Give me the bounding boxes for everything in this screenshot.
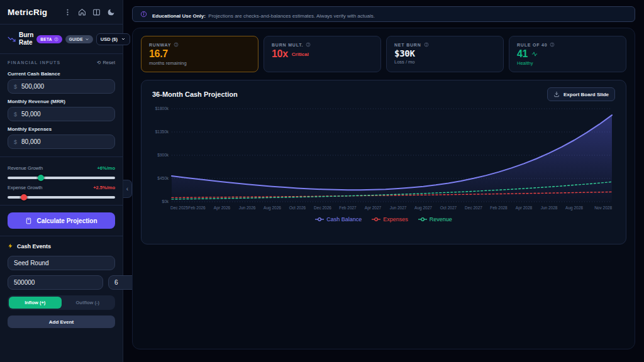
revenue-growth-label: Revenue Growth <box>8 165 43 171</box>
info-circle-icon <box>140 11 147 18</box>
legend-item-cash-balance[interactable]: Cash Balance <box>315 216 362 222</box>
activity-pulse-icon <box>531 51 538 57</box>
legend-marker-icon <box>372 217 380 222</box>
chevron-down-icon <box>85 37 89 41</box>
svg-text:Apr 2026: Apr 2026 <box>214 206 231 211</box>
help-circle-icon[interactable] <box>306 42 311 47</box>
cash-balance-field: $ <box>8 79 115 94</box>
revenue-growth-slider-row: Revenue Growth +6%/mo <box>8 165 115 179</box>
financial-inputs-title: FINANCIAL INPUTS <box>8 60 60 65</box>
currency-prefix: $ <box>14 139 17 145</box>
svg-text:Aug 2026: Aug 2026 <box>264 206 281 211</box>
divider <box>0 205 123 206</box>
product-name: Burn Rate <box>19 31 33 47</box>
field-label-cash-balance: Current Cash Balance <box>8 71 115 77</box>
lightning-bolt-icon <box>8 243 13 250</box>
help-circle-icon[interactable] <box>174 42 179 47</box>
main-content: Educational Use Only: Projections are ch… <box>123 0 644 362</box>
svg-text:Oct 2027: Oct 2027 <box>440 206 457 210</box>
event-amount-input[interactable] <box>14 279 97 286</box>
expense-growth-slider-thumb[interactable] <box>21 194 27 200</box>
svg-text:$1350k: $1350k <box>155 129 169 134</box>
monthly-revenue-field: $ <box>8 107 115 121</box>
outflow-toggle-button[interactable]: Outflow (-) <box>62 297 114 309</box>
svg-text:Jun 2026: Jun 2026 <box>239 206 256 210</box>
svg-text:Feb 2026: Feb 2026 <box>188 206 206 210</box>
kebab-menu-icon[interactable] <box>64 8 72 16</box>
reset-button[interactable]: ⟲ Reset <box>97 60 115 65</box>
chart-legend: Cash BalanceExpensesRevenue <box>149 214 618 222</box>
chevron-left-icon: ‹ <box>126 185 128 192</box>
monthly-expenses-input[interactable] <box>21 138 109 145</box>
sidebar-header: MetricRig <box>8 0 115 24</box>
flow-direction-toggle: Inflow (+) Outflow (-) <box>8 295 115 310</box>
stat-card-rule-of-40: RULE OF 40 41 Healthy <box>509 36 626 72</box>
svg-text:Dec 2027: Dec 2027 <box>465 206 482 210</box>
rule-of-40-value: 41 <box>517 48 528 60</box>
expense-growth-slider-row: Expense Growth +2.5%/mo <box>8 185 115 199</box>
burn-mult-value: 10x <box>272 48 288 60</box>
event-amount-field <box>8 275 103 290</box>
svg-text:Nov 2028: Nov 2028 <box>594 206 612 210</box>
svg-text:$450k: $450k <box>157 176 169 180</box>
expense-growth-value: +2.5%/mo <box>93 185 115 190</box>
beta-badge-label: BETA <box>40 37 52 41</box>
monthly-expenses-field: $ <box>8 134 115 149</box>
sidebar-header-icons <box>64 8 115 16</box>
burn-mult-label: BURN MULT. <box>272 43 303 47</box>
sidebar-collapse-handle[interactable]: ‹ <box>123 180 132 198</box>
revenue-growth-slider[interactable] <box>8 177 115 179</box>
export-board-slide-button[interactable]: Export Board Slide <box>547 87 615 101</box>
help-circle-icon[interactable] <box>550 42 555 47</box>
guide-menu-button[interactable]: GUIDE <box>65 35 93 43</box>
layout-panels-icon[interactable] <box>92 8 101 16</box>
burn-mult-status: Critical <box>292 52 309 57</box>
cash-balance-input[interactable] <box>21 83 109 90</box>
help-circle-icon[interactable] <box>424 42 429 47</box>
svg-text:Aug 2027: Aug 2027 <box>414 206 432 211</box>
svg-text:Feb 2027: Feb 2027 <box>339 206 357 210</box>
currency-value: USD ($) <box>101 36 118 42</box>
calculate-projection-label: Calculate Projection <box>36 217 97 224</box>
svg-text:Dec 2026: Dec 2026 <box>314 206 331 210</box>
calculate-projection-button[interactable]: Calculate Projection <box>8 212 115 229</box>
svg-text:$900k: $900k <box>157 153 169 157</box>
download-icon <box>553 91 560 97</box>
legend-item-revenue[interactable]: Revenue <box>418 216 452 222</box>
monthly-revenue-input[interactable] <box>21 111 109 118</box>
rule-of-40-label: RULE OF 40 <box>517 43 547 47</box>
net-burn-label: NET BURN <box>394 43 421 47</box>
info-circle-icon <box>54 37 58 41</box>
rule-of-40-sub: Healthy <box>517 60 618 66</box>
banner-title: Educational Use Only: <box>152 13 206 19</box>
net-burn-value: $30K <box>394 48 415 58</box>
product-row: Burn Rate BETA GUIDE USD ($) <box>8 25 115 53</box>
export-board-slide-label: Export Board Slide <box>564 92 609 97</box>
svg-text:Apr 2027: Apr 2027 <box>365 206 382 211</box>
expense-growth-slider[interactable] <box>8 196 115 199</box>
revenue-growth-value: +6%/mo <box>97 165 115 171</box>
svg-text:Oct 2026: Oct 2026 <box>289 206 306 210</box>
banner-message: Projections are checks-and-balances esti… <box>208 13 375 19</box>
svg-text:$1800k: $1800k <box>155 106 169 111</box>
add-event-button[interactable]: Add Event <box>8 315 115 328</box>
stat-cards-row: RUNWAY 16.7 months remaining BURN MULT. … <box>141 36 626 72</box>
calculator-icon <box>25 217 32 224</box>
currency-prefix: $ <box>14 84 17 90</box>
home-icon[interactable] <box>78 8 86 16</box>
runway-label: RUNWAY <box>149 43 171 47</box>
stat-card-burn-multiple: BURN MULT. 10x Critical <box>264 36 381 72</box>
reset-icon: ⟲ <box>97 60 101 65</box>
svg-text:Aug 2028: Aug 2028 <box>565 206 583 211</box>
chart-title: 36-Month Cash Projection <box>152 90 238 98</box>
cash-projection-chart: $0k$450k$900k$1350k$1800kDec 2025Feb 202… <box>149 104 618 214</box>
cash-projection-card: 36-Month Cash Projection Export Board Sl… <box>141 80 626 244</box>
legend-item-expenses[interactable]: Expenses <box>372 216 408 222</box>
trending-down-icon <box>8 35 16 43</box>
inflow-toggle-button[interactable]: Inflow (+) <box>9 297 62 309</box>
financial-inputs-header: FINANCIAL INPUTS ⟲ Reset <box>8 54 115 66</box>
revenue-growth-slider-thumb[interactable] <box>38 175 44 181</box>
cash-events-title: Cash Events <box>17 243 51 250</box>
dark-mode-moon-icon[interactable] <box>107 8 115 16</box>
event-name-input[interactable] <box>14 260 109 266</box>
